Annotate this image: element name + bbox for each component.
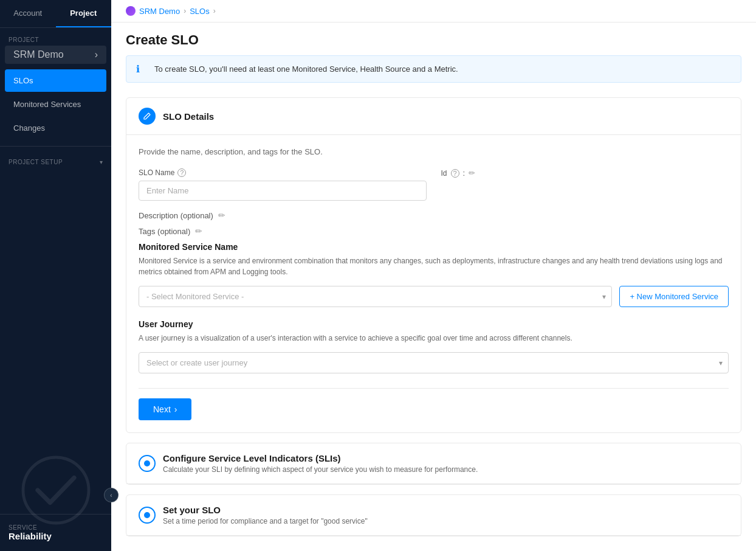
configure-sli-step-icon (139, 455, 156, 472)
tags-label: Tags (optional) (139, 227, 190, 236)
slo-name-group: SLO Name ? (139, 168, 427, 201)
collapse-sidebar-button[interactable]: ‹ (104, 488, 119, 502)
slo-name-input[interactable] (139, 181, 427, 201)
id-label: Id ? : ✏ (441, 168, 729, 178)
set-slo-card: Set your SLO Set a time period for compl… (126, 494, 741, 536)
breadcrumb-sep-2: › (213, 7, 216, 15)
top-bar: SRM Demo › SLOs › (111, 0, 756, 23)
info-banner-text: To create SLO, you'll need at least one … (154, 64, 458, 74)
slo-details-card: SLO Details Provide the name, descriptio… (126, 97, 741, 433)
project-selector[interactable]: SRM Demo › (5, 46, 106, 64)
info-icon: ℹ (136, 63, 148, 75)
sidebar-item-slos[interactable]: SLOs (5, 69, 106, 92)
configure-sli-title: Configure Service Level Indicators (SLIs… (163, 453, 478, 463)
slo-details-header: SLO Details (126, 98, 741, 135)
slo-details-title: SLO Details (163, 111, 214, 122)
chevron-down-icon: ▾ (100, 159, 103, 165)
new-monitored-service-button[interactable]: + New Monitored Service (619, 286, 729, 307)
slo-name-label: SLO Name ? (139, 168, 427, 177)
sidebar-item-changes[interactable]: Changes (5, 117, 106, 139)
info-banner: ℹ To create SLO, you'll need at least on… (126, 55, 741, 83)
slo-details-desc: Provide the name, description, and tags … (139, 147, 729, 156)
description-field: Description (optional) ✏ (139, 210, 729, 220)
id-group: Id ? : ✏ (441, 168, 729, 201)
id-edit-icon[interactable]: ✏ (469, 168, 475, 178)
project-setup-label: PROJECT SETUP (9, 159, 63, 165)
user-journey-section-title: User Journey (139, 319, 729, 329)
breadcrumb-sep-1: › (184, 7, 186, 15)
set-slo-step-icon (139, 507, 156, 524)
set-slo-title: Set your SLO (163, 505, 368, 515)
main-content: SRM Demo › SLOs › Create SLO ℹ To create… (111, 0, 756, 551)
set-slo-header: Set your SLO Set a time period for compl… (126, 495, 741, 536)
description-label: Description (optional) (139, 211, 213, 220)
id-help-icon[interactable]: ? (451, 169, 459, 178)
monitored-service-select-wrapper: - Select Monitored Service - ▾ (139, 286, 612, 307)
set-slo-desc: Set a time period for compliance and a t… (163, 517, 368, 525)
configure-sli-header: Configure Service Level Indicators (SLIs… (126, 443, 741, 484)
sidebar-tabs: Account Project (0, 0, 111, 28)
sidebar-tab-account[interactable]: Account (0, 0, 56, 27)
check-bg-icon (19, 454, 92, 527)
page-title: Create SLO (111, 23, 756, 55)
slo-details-step-icon (139, 108, 156, 125)
sidebar-item-monitored-services[interactable]: Monitored Services (5, 93, 106, 116)
breadcrumb: SRM Demo › SLOs › (126, 6, 741, 16)
monitored-service-select[interactable]: - Select Monitored Service - (139, 286, 612, 307)
next-button[interactable]: Next › (139, 398, 191, 420)
content-area: ℹ To create SLO, you'll need at least on… (111, 55, 756, 551)
slo-name-id-row: SLO Name ? Id ? : ✏ (139, 168, 729, 201)
monitored-service-select-row: - Select Monitored Service - ▾ + New Mon… (139, 286, 729, 307)
project-label: Project (0, 28, 111, 46)
sidebar: Account Project Project SRM Demo › SLOs … (0, 0, 111, 551)
next-arrow-icon: › (174, 404, 177, 414)
user-journey-desc: A user journey is a visualization of a u… (139, 333, 729, 344)
chevron-right-icon: › (95, 49, 98, 60)
breadcrumb-org[interactable]: SRM Demo (139, 7, 180, 16)
project-name: SRM Demo (13, 49, 64, 60)
user-journey-select-wrapper: Select or create user journey ▾ (139, 352, 729, 373)
configure-sli-card: Configure Service Level Indicators (SLIs… (126, 443, 741, 485)
svg-point-0 (23, 457, 89, 523)
user-journey-select[interactable]: Select or create user journey (139, 352, 729, 373)
slo-details-body: Provide the name, description, and tags … (126, 135, 741, 432)
breadcrumb-section[interactable]: SLOs (190, 7, 210, 16)
project-setup-header[interactable]: PROJECT SETUP ▾ (0, 153, 111, 172)
slo-name-help-icon[interactable]: ? (177, 168, 186, 177)
service-title: Reliability (9, 531, 103, 541)
sidebar-tab-project[interactable]: Project (56, 0, 112, 27)
tags-field: Tags (optional) ✏ (139, 226, 729, 236)
description-edit-icon[interactable]: ✏ (218, 210, 225, 220)
monitored-service-desc: Monitored Service is a service and envir… (139, 255, 729, 277)
monitored-service-section-title: Monitored Service Name (139, 242, 729, 252)
configure-sli-desc: Calculate your SLI by defining which asp… (163, 465, 478, 474)
id-colon: : (463, 168, 466, 178)
tags-edit-icon[interactable]: ✏ (195, 226, 202, 236)
org-icon (126, 6, 136, 16)
